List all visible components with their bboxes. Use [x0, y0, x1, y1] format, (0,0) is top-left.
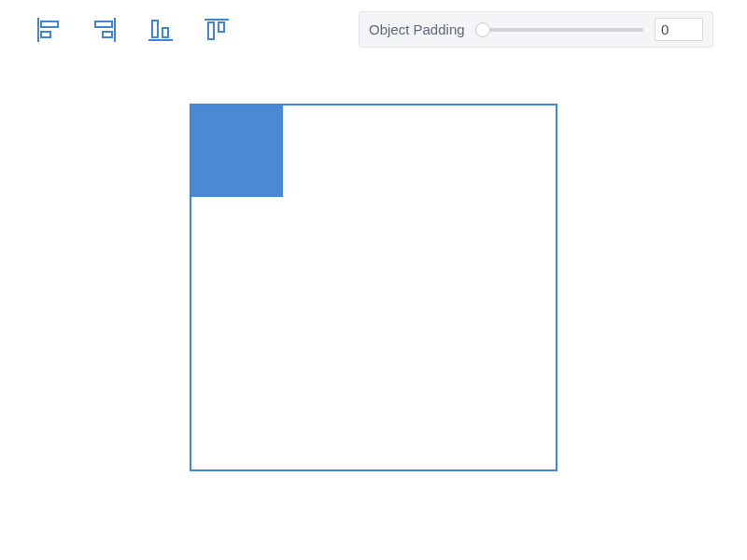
slider-thumb[interactable] [475, 22, 490, 37]
align-right-icon [91, 16, 119, 44]
svg-rect-1 [41, 21, 58, 27]
align-right-button[interactable] [90, 15, 120, 45]
align-top-button[interactable] [202, 15, 232, 45]
svg-rect-11 [218, 22, 224, 32]
object-padding-input[interactable] [655, 18, 703, 41]
alignment-buttons [34, 15, 232, 45]
svg-rect-4 [95, 21, 112, 27]
object-padding-slider[interactable] [476, 22, 643, 37]
svg-rect-8 [162, 28, 168, 37]
align-left-icon [35, 16, 63, 44]
align-left-button[interactable] [34, 15, 63, 45]
slider-track-line [476, 28, 643, 32]
object-square[interactable] [191, 105, 283, 197]
object-padding-control: Object Padding [359, 11, 713, 48]
svg-rect-10 [208, 22, 214, 39]
toolbar: Object Padding [0, 0, 747, 59]
object-padding-label: Object Padding [369, 21, 465, 37]
canvas-area [0, 59, 747, 471]
svg-rect-5 [103, 32, 112, 37]
svg-rect-2 [41, 32, 50, 37]
canvas-frame[interactable] [190, 104, 557, 471]
align-top-icon [203, 16, 231, 44]
align-bottom-button[interactable] [146, 15, 176, 45]
svg-rect-7 [152, 21, 158, 37]
align-bottom-icon [147, 16, 175, 44]
